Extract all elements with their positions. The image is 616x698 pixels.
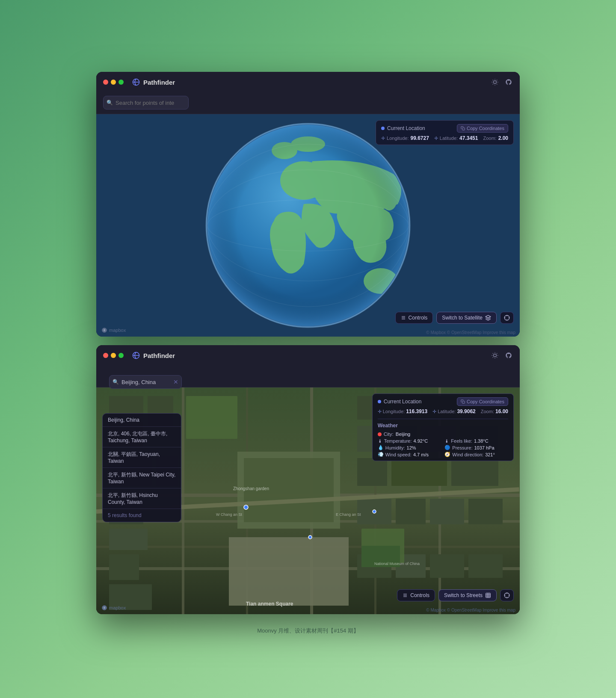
mapbox-logo-2: mapbox <box>101 605 126 611</box>
svg-line-36 <box>493 353 493 354</box>
close-button-2[interactable] <box>103 353 108 358</box>
dropdown-item-2[interactable]: 北關, 平鎮區, Taoyuan, Taiwan <box>103 447 181 468</box>
svg-rect-82 <box>468 554 503 578</box>
copy-coordinates-button-2[interactable]: Copy Coordinates <box>457 397 508 406</box>
svg-line-8 <box>493 84 493 84</box>
svg-point-93 <box>308 535 312 539</box>
svg-rect-78 <box>468 499 503 524</box>
controls-button-1[interactable]: Controls <box>395 312 433 324</box>
coord-overlay-1: Current Location Copy Coordinates ✛ Long… <box>376 120 514 145</box>
app-logo: Pathfinder <box>132 78 175 86</box>
locate-icon-2 <box>504 592 510 598</box>
minimize-button-2[interactable] <box>111 353 116 358</box>
svg-rect-99 <box>486 593 491 598</box>
app-title-2: Pathfinder <box>143 352 175 359</box>
copy-icon-2 <box>461 399 465 404</box>
svg-line-40 <box>493 357 493 358</box>
svg-rect-62 <box>109 554 139 580</box>
controls-button-2[interactable]: Controls <box>397 589 435 601</box>
titlebar-actions-2 <box>491 351 513 360</box>
latitude-display: ✛ Latitude: 47.3451 <box>434 135 478 141</box>
svg-point-94 <box>373 510 376 513</box>
search-wrapper-1: 🔍 <box>103 96 189 109</box>
coord-header-2: Current Location Copy Coordinates <box>378 397 508 406</box>
streets-icon <box>485 592 491 598</box>
close-button[interactable] <box>103 80 108 85</box>
titlebar-1: Pathfinder <box>96 72 520 92</box>
svg-point-33 <box>494 354 497 357</box>
coord-header-1: Current Location Copy Coordinates <box>381 124 508 133</box>
weather-feels: 🌡Feels like: 1.38°C <box>444 438 508 444</box>
weather-temp: 🌡Temperature: 4.92°C <box>378 438 441 444</box>
sun-icon[interactable] <box>491 78 499 86</box>
switch-to-streets-button[interactable]: Switch to Streets <box>438 589 497 601</box>
map-satellite[interactable]: W Chang an St E Chang an St Tian anmen S… <box>96 387 520 614</box>
search-area-2: 🔍 ✕ <box>96 366 520 387</box>
github-icon-2[interactable] <box>504 351 513 360</box>
svg-point-92 <box>244 505 248 509</box>
coord-overlay-2: Current Location Copy Coordinates ✛ Long… <box>372 393 514 461</box>
svg-text:National Museum of China: National Museum of China <box>374 562 420 566</box>
switch-to-satellite-button[interactable]: Switch to Satellite <box>436 312 497 324</box>
clear-search-button[interactable]: ✕ <box>173 379 178 385</box>
svg-rect-61 <box>109 529 148 550</box>
dropdown-item-0[interactable]: Beijing, China <box>103 414 181 427</box>
search-wrapper-2: 🔍 ✕ <box>109 375 182 389</box>
current-location-label-2: Current Location <box>384 399 422 405</box>
longitude-display-2: ✛ Longitude: 116.3913 <box>378 408 427 414</box>
location-dot <box>381 127 385 130</box>
window-satellite: Pathfinder <box>96 345 520 614</box>
weather-wind-dir: 🧭Wind direction: 321° <box>444 452 508 457</box>
svg-rect-76 <box>396 499 426 524</box>
app-logo-2: Pathfinder <box>132 352 175 359</box>
sun-icon-2[interactable] <box>491 351 499 360</box>
longitude-display: ✛ Longitude: 99.6727 <box>381 135 429 141</box>
map-controls-1: Controls Switch to Satellite <box>395 312 514 324</box>
svg-line-5 <box>497 84 497 84</box>
mapbox-logo-1: mapbox <box>101 327 126 333</box>
svg-text:E Chang an St: E Chang an St <box>336 512 361 517</box>
location-button-1[interactable] <box>500 312 514 324</box>
location-dot-2 <box>378 400 381 403</box>
controls-icon <box>401 315 406 320</box>
map-controls-2: Controls Switch to Streets <box>397 589 514 601</box>
svg-line-4 <box>493 80 493 80</box>
mapbox-icon-2 <box>101 605 107 611</box>
location-button-2[interactable] <box>500 589 514 601</box>
weather-title: Weather <box>378 423 508 429</box>
search-input-1[interactable] <box>103 96 189 109</box>
svg-line-37 <box>497 357 497 358</box>
weather-city-row: City: Beijing <box>378 432 508 437</box>
svg-point-18 <box>206 124 410 327</box>
weather-wind-speed: 💨Wind speed: 4.7 m/s <box>378 452 441 457</box>
map-globe[interactable]: Current Location Copy Coordinates ✛ Long… <box>96 114 520 337</box>
svg-line-41 <box>497 353 497 354</box>
maximize-button[interactable] <box>118 80 124 85</box>
svg-text:Tian anmen Square: Tian anmen Square <box>246 601 293 607</box>
dropdown-item-1[interactable]: 北京, 406, 北屯區, 臺中市, Taichung, Taiwan <box>103 427 181 447</box>
zoom-display: Zoom: 2.00 <box>483 135 508 141</box>
weather-pressure: 🔵Pressure: 1037 hPa <box>444 445 508 450</box>
window-globe: Pathfinder <box>96 72 520 337</box>
globe-svg <box>201 118 415 332</box>
minimize-button[interactable] <box>111 80 116 85</box>
map-attribution-1: © Mapbox © OpenStreetMap Improve this ma… <box>426 330 515 335</box>
controls-icon-2 <box>403 593 408 598</box>
results-count: 5 results found <box>103 509 181 522</box>
dropdown-item-3[interactable]: 北平, 新竹縣, New Taipei City, Taiwan <box>103 468 181 488</box>
svg-point-1 <box>494 81 497 84</box>
app-title-1: Pathfinder <box>143 79 175 86</box>
satellite-icon <box>485 315 491 321</box>
github-icon[interactable] <box>504 78 513 86</box>
map-attribution-2: © Mapbox © OpenStreetMap Improve this ma… <box>426 608 515 612</box>
svg-text:Zhongshan garden: Zhongshan garden <box>233 486 269 491</box>
mapbox-icon <box>101 327 107 333</box>
search-input-2[interactable] <box>109 375 182 389</box>
copy-coordinates-button[interactable]: Copy Coordinates <box>457 124 508 133</box>
svg-rect-52 <box>229 537 349 606</box>
weather-humidity: 💧Humidity: 12% <box>378 445 441 450</box>
search-area-1: 🔍 <box>96 92 520 114</box>
dropdown-item-4[interactable]: 北平, 新竹縣, Hsinchu County, Taiwan <box>103 488 181 509</box>
svg-rect-73 <box>391 458 447 486</box>
maximize-button-2[interactable] <box>118 353 124 358</box>
